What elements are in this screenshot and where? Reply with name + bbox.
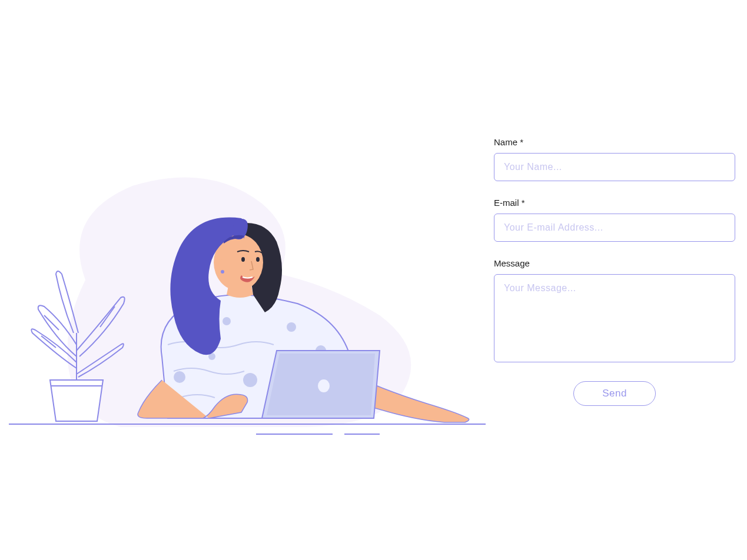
message-textarea[interactable]: [494, 274, 735, 362]
name-input[interactable]: [494, 153, 735, 181]
svg-point-16: [219, 259, 226, 271]
form-actions: Send: [494, 381, 735, 406]
message-label: Message: [494, 258, 735, 268]
woman-laptop-illustration: [3, 156, 486, 451]
svg-point-8: [243, 373, 257, 387]
svg-point-18: [318, 379, 330, 392]
email-input[interactable]: [494, 214, 735, 242]
svg-point-14: [241, 257, 245, 262]
email-field-group: E-mail *: [494, 198, 735, 242]
svg-point-9: [287, 322, 296, 332]
svg-point-17: [221, 270, 224, 274]
svg-point-15: [256, 257, 260, 262]
main-container: Name * E-mail * Message Send: [0, 0, 747, 560]
contact-form: Name * E-mail * Message Send: [488, 137, 747, 406]
illustration-section: [0, 0, 488, 560]
name-field-group: Name *: [494, 137, 735, 181]
name-label: Name *: [494, 137, 735, 147]
svg-point-7: [174, 371, 185, 383]
email-label: E-mail *: [494, 198, 735, 208]
send-button[interactable]: Send: [573, 381, 656, 406]
svg-point-12: [223, 317, 231, 325]
svg-line-4: [41, 336, 56, 348]
message-field-group: Message: [494, 258, 735, 365]
